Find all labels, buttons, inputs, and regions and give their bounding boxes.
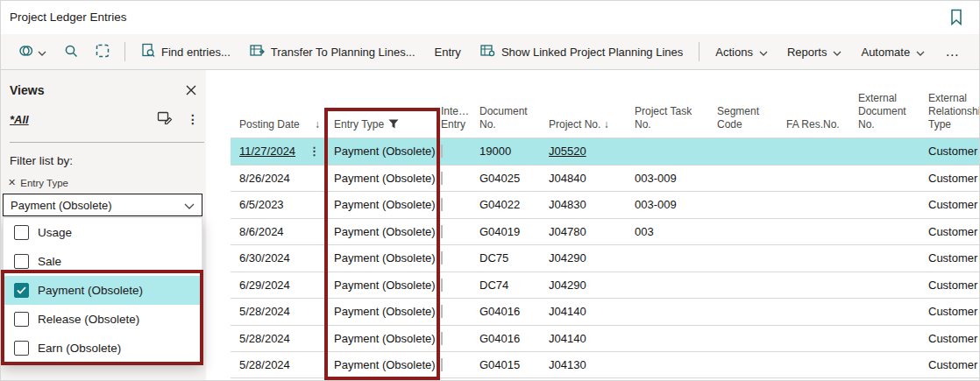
project-no-cell[interactable]: J04140	[549, 305, 586, 318]
row-options-icon[interactable]: ⋮	[309, 147, 320, 156]
transfer-to-planning-lines-button[interactable]: Transfer To Planning Lines...	[240, 39, 425, 65]
external-relationship-type-cell[interactable]: Customer	[923, 198, 979, 211]
view-all-link[interactable]: *All	[10, 113, 29, 126]
document-no-cell[interactable]: G04025	[476, 172, 544, 185]
table-row[interactable]: 6/29/2024Payment (Obsolete)DC74J04290Cus…	[231, 272, 979, 299]
show-linked-project-planning-lines-button[interactable]: Show Linked Project Planning Lines	[471, 39, 692, 65]
project-no-cell[interactable]: J04840	[549, 172, 586, 185]
share-button[interactable]	[970, 39, 980, 65]
posting-date-cell[interactable]: 6/29/2024	[239, 279, 290, 292]
close-icon[interactable]	[183, 82, 199, 98]
external-relationship-type-cell[interactable]: Customer	[923, 358, 979, 371]
entry-type-cell[interactable]: Payment (Obsolete)	[327, 279, 437, 292]
document-no-cell[interactable]: DC75	[476, 251, 544, 265]
column-header-external_document_no[interactable]: ExternalDocumentNo.	[851, 92, 923, 138]
external-relationship-type-cell[interactable]: Customer	[923, 225, 979, 238]
entry-type-cell[interactable]: Payment (Obsolete)	[327, 172, 437, 185]
entry-type-cell[interactable]: Payment (Obsolete)	[327, 225, 437, 238]
column-header-inte_entry[interactable]: Inte…Entry	[437, 105, 476, 138]
project-task-no-cell[interactable]: 003-009	[630, 198, 711, 211]
dropdown-option[interactable]: Payment (Obsolete)	[4, 276, 202, 305]
external-relationship-type-cell[interactable]: Customer	[923, 251, 979, 265]
inte-entry-checkbox[interactable]	[441, 358, 443, 371]
record-view-switcher[interactable]	[10, 39, 55, 65]
project-no-cell[interactable]: J04140	[549, 332, 586, 345]
project-no-cell[interactable]: J04780	[549, 225, 586, 238]
column-header-posting_date[interactable]: Posting Date↓	[231, 118, 327, 138]
document-no-cell[interactable]: 19000	[476, 145, 544, 158]
entry-type-cell[interactable]: Payment (Obsolete)	[327, 332, 437, 345]
column-header-project_task_no[interactable]: Project TaskNo.	[630, 105, 711, 138]
entry-menu[interactable]: Entry	[425, 39, 471, 65]
checkbox[interactable]	[14, 341, 29, 356]
table-row[interactable]: 5/28/2024Payment (Obsolete)G04016J04140C…	[231, 298, 979, 325]
posting-date-cell[interactable]: 5/28/2024	[239, 332, 290, 345]
document-no-cell[interactable]: G04019	[476, 225, 544, 238]
entry-type-cell[interactable]: Payment (Obsolete)	[327, 145, 437, 158]
project-no-cell[interactable]: J05520	[549, 145, 586, 158]
dropdown-option[interactable]: Earn (Obsolete)	[4, 334, 202, 363]
posting-date-cell[interactable]: 11/27/2024	[239, 145, 295, 158]
entry-type-cell[interactable]: Payment (Obsolete)	[327, 358, 437, 371]
search-button[interactable]	[55, 39, 87, 65]
edit-view-icon[interactable]	[157, 110, 173, 128]
actions-menu[interactable]: Actions	[706, 39, 778, 65]
posting-date-cell[interactable]: 6/5/2023	[239, 198, 284, 211]
entry-type-cell[interactable]: Payment (Obsolete)	[327, 305, 437, 318]
dropdown-option[interactable]: Sale	[4, 247, 202, 276]
find-entries-button[interactable]: Find entries...	[131, 39, 240, 65]
project-no-cell[interactable]: J04130	[549, 358, 586, 371]
posting-date-cell[interactable]: 8/26/2024	[239, 172, 290, 185]
document-no-cell[interactable]: G04015	[476, 358, 544, 371]
dropdown-option[interactable]: Usage	[4, 218, 202, 247]
entry-type-cell[interactable]: Payment (Obsolete)	[327, 251, 437, 265]
project-no-cell[interactable]: J04830	[549, 198, 586, 211]
document-no-cell[interactable]: G04016	[476, 332, 544, 345]
inte-entry-checkbox[interactable]	[441, 172, 443, 185]
project-task-no-cell[interactable]: 003	[630, 225, 711, 238]
posting-date-cell[interactable]: 8/6/2024	[239, 225, 284, 238]
posting-date-cell[interactable]: 5/28/2024	[239, 358, 290, 371]
inte-entry-checkbox[interactable]	[441, 251, 443, 265]
column-header-entry_type[interactable]: Entry Type	[327, 118, 437, 138]
document-no-cell[interactable]: G04022	[476, 198, 544, 211]
inte-entry-checkbox[interactable]	[441, 225, 443, 238]
entry-type-filter-combobox[interactable]: Payment (Obsolete)	[3, 194, 202, 216]
table-row[interactable]: 8/6/2024Payment (Obsolete)G04019J0478000…	[231, 218, 979, 245]
entry-type-cell[interactable]: Payment (Obsolete)	[327, 198, 437, 211]
checkbox[interactable]	[14, 312, 29, 327]
external-relationship-type-cell[interactable]: Customer	[923, 305, 979, 318]
table-row[interactable]: 11/27/2024⋮Payment (Obsolete)19000J05520…	[231, 138, 979, 165]
project-no-cell[interactable]: J04290	[549, 279, 586, 292]
posting-date-cell[interactable]: 5/28/2024	[239, 305, 290, 318]
external-relationship-type-cell[interactable]: Customer	[923, 145, 979, 158]
bookmark-icon[interactable]	[948, 8, 965, 27]
remove-filter-icon[interactable]: ✕	[8, 177, 16, 188]
external-relationship-type-cell[interactable]: Customer	[923, 172, 979, 185]
dropdown-option[interactable]: Release (Obsolete)	[4, 305, 202, 334]
column-header-project_no[interactable]: Project No. ↓	[544, 118, 630, 138]
inte-entry-checkbox[interactable]	[441, 332, 443, 345]
table-row[interactable]: 6/5/2023Payment (Obsolete)G04022J0483000…	[231, 191, 979, 218]
inte-entry-checkbox[interactable]	[441, 305, 443, 318]
table-row[interactable]: 5/28/2024Payment (Obsolete)G04016J04140C…	[231, 325, 979, 352]
checkbox[interactable]	[14, 225, 29, 240]
inte-entry-checkbox[interactable]	[441, 279, 443, 292]
table-row[interactable]: 5/28/2024Payment (Obsolete)G04015J04130C…	[231, 351, 979, 378]
table-row[interactable]: 6/30/2024Payment (Obsolete)DC75J04290Cus…	[231, 244, 979, 272]
table-row[interactable]: 8/26/2024Payment (Obsolete)G04025J048400…	[231, 165, 979, 192]
more-view-options-icon[interactable]: ⋮	[187, 114, 199, 124]
column-header-segment_code[interactable]: SegmentCode	[711, 105, 781, 138]
project-no-cell[interactable]: J04290	[549, 251, 586, 265]
inte-entry-checkbox[interactable]	[441, 145, 443, 158]
external-relationship-type-cell[interactable]: Customer	[923, 279, 979, 292]
document-no-cell[interactable]: DC74	[476, 279, 544, 292]
column-header-fa_res_no[interactable]: FA Res.No.	[781, 118, 851, 138]
analyze-button[interactable]	[87, 39, 118, 65]
more-options-button[interactable]: …	[934, 44, 970, 60]
posting-date-cell[interactable]: 6/30/2024	[239, 251, 290, 265]
column-header-external_relationship_type[interactable]: ExternalRelationshipType	[923, 92, 979, 138]
checkbox[interactable]	[14, 254, 29, 269]
inte-entry-checkbox[interactable]	[441, 198, 443, 211]
column-header-document_no[interactable]: DocumentNo.	[476, 105, 544, 138]
